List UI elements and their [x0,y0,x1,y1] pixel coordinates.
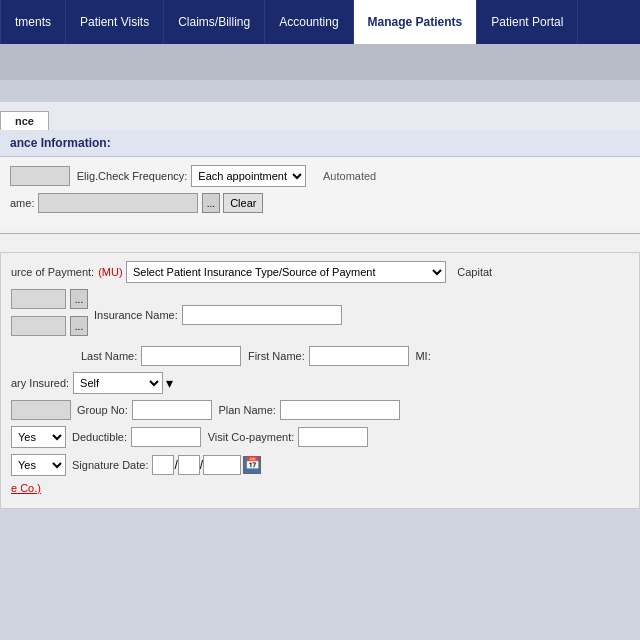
nav-tab-claims-billing[interactable]: Claims/Billing [164,0,265,44]
spacer1 [0,240,640,248]
last-first-name-row: Last Name: First Name: MI: [11,346,629,366]
group-plan-row: Group No: Plan Name: [11,400,629,420]
insurance-name-input[interactable] [182,305,342,325]
deductible-copay-row: Yes No Deductible: Visit Co-payment: [11,426,629,448]
field-group-2: ... [11,316,88,336]
elig-left-input[interactable] [10,166,70,186]
name-dotted-button[interactable]: ... [202,193,220,213]
sig-day-input[interactable]: 16 [178,455,200,475]
plan-name-input[interactable] [280,400,400,420]
yes-input-field[interactable] [11,400,71,420]
mu-label: (MU) [98,266,122,278]
top-navigation: tments Patient Visits Claims/Billing Acc… [0,0,640,44]
nav-tab-patient-visits[interactable]: Patient Visits [66,0,164,44]
source-of-payment-row: urce of Payment: (MU) Select Patient Ins… [11,261,629,283]
relationship-select[interactable]: Self Spouse Child Other [73,372,163,394]
deductible-label: Deductible: [72,431,127,443]
form-area-top: Elig.Check Frequency: Each appointment O… [0,157,640,227]
dotted-btn-1[interactable]: ... [70,289,88,309]
first-name-label: First Name: [248,350,305,362]
signature-date-label: Signature Date: [72,459,148,471]
calendar-icon[interactable] [243,456,261,474]
group-no-input[interactable] [132,400,212,420]
plan-name-label: Plan Name: [218,404,275,416]
section-title: ance Information: [10,136,111,150]
insurance-type-select[interactable]: Select Patient Insurance Type/Source of … [126,261,446,283]
bottom-link-row: e Co.) [11,482,629,494]
ins-name-row: ... ... Insurance Name: [11,289,629,340]
dotted-btn-2[interactable]: ... [70,316,88,336]
tab-row: nce [0,102,640,130]
last-name-label: Last Name: [81,350,137,362]
yes-select-2[interactable]: Yes No [11,454,66,476]
yes-select-1[interactable]: Yes No [11,426,66,448]
nav-tab-accounting[interactable]: Accounting [265,0,353,44]
automated-label: Automated [323,170,376,182]
visit-copayment-input[interactable] [298,427,368,447]
source-label: urce of Payment: [11,266,94,278]
first-name-input[interactable] [309,346,409,366]
sub-header [0,44,640,80]
nav-tab-manage-patients[interactable]: Manage Patients [354,0,478,44]
primary-insured-label: ary Insured: [11,377,69,389]
elig-check-row: Elig.Check Frequency: Each appointment O… [10,165,630,187]
code-input-2[interactable] [11,316,66,336]
field-group-1: ... [11,289,88,309]
signature-date-row: Yes No Signature Date: 9 / 16 / 2024 [11,454,629,476]
name-label: ame: [10,197,34,209]
last-name-input[interactable] [141,346,241,366]
clear-button[interactable]: Clear [223,193,263,213]
capitat-label: Capitat [457,266,492,278]
visit-copayment-label: Visit Co-payment: [208,431,295,443]
sig-month-input[interactable]: 9 [152,455,174,475]
deductible-input[interactable] [131,427,201,447]
nav-tab-patient-portal[interactable]: Patient Portal [477,0,578,44]
name-row: ame: ... Clear [10,193,630,213]
tab-nce[interactable]: nce [0,111,49,130]
name-input[interactable] [38,193,198,213]
bottom-company-link[interactable]: e Co.) [11,482,41,494]
group-no-label: Group No: [77,404,128,416]
divider1 [0,233,640,234]
mi-label: MI: [415,350,430,362]
elig-check-label: Elig.Check Frequency: [77,170,188,182]
primary-insured-row: ary Insured: Self Spouse Child Other ▾ [11,372,629,394]
section-header: ance Information: [0,130,640,157]
code-input-1[interactable] [11,289,66,309]
sub-header2 [0,80,640,102]
ins-name-label: Insurance Name: [94,309,178,321]
nav-tab-appointments[interactable]: tments [0,0,66,44]
elig-check-frequency-select[interactable]: Each appointment Once per day Once per w… [191,165,306,187]
insurance-section: urce of Payment: (MU) Select Patient Ins… [0,252,640,509]
main-content: ance Information: Elig.Check Frequency: … [0,130,640,509]
sig-year-input[interactable]: 2024 [203,455,241,475]
